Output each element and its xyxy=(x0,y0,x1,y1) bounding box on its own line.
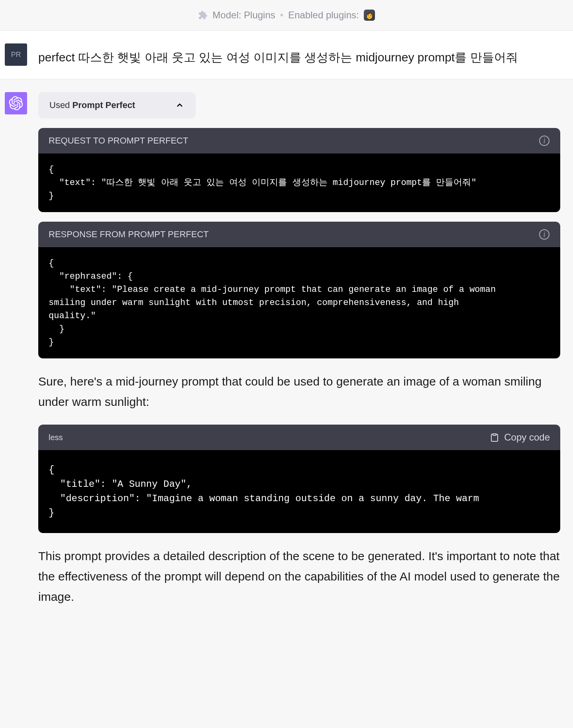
request-code-section: REQUEST TO PROMPT PERFECT i { "text": "따… xyxy=(38,128,560,212)
request-code-body: { "text": "따스한 햇빛 아래 웃고 있는 여성 이미지를 생성하는 … xyxy=(38,153,560,212)
copy-code-button[interactable]: Copy code xyxy=(490,432,550,443)
svg-text:i: i xyxy=(543,230,545,238)
request-title: REQUEST TO PROMPT PERFECT xyxy=(49,136,188,146)
response-code-header: RESPONSE FROM PROMPT PERFECT i xyxy=(38,222,560,247)
plugin-used-toggle[interactable]: Used Prompt Perfect xyxy=(38,92,196,118)
output-code-header: less Copy code xyxy=(38,425,560,450)
svg-rect-4 xyxy=(493,434,496,435)
response-code-section: RESPONSE FROM PROMPT PERFECT i { "rephra… xyxy=(38,222,560,358)
info-icon[interactable]: i xyxy=(539,229,550,240)
openai-logo-icon xyxy=(9,96,23,110)
user-message-row: PR perfect 따스한 햇빛 아래 웃고 있는 여성 이미지를 생성하는 … xyxy=(0,31,573,79)
puzzle-icon xyxy=(198,10,208,20)
assistant-content: Used Prompt Perfect REQUEST TO PROMPT PE… xyxy=(38,92,560,620)
assistant-outro-text: This prompt provides a detailed descript… xyxy=(38,546,560,607)
enabled-plugins-label: Enabled plugins: xyxy=(288,10,359,21)
info-icon[interactable]: i xyxy=(539,135,550,146)
plugin-badge-icon[interactable]: 👩 xyxy=(364,10,375,21)
svg-text:i: i xyxy=(543,137,545,145)
model-info-bar: Model: Plugins • Enabled plugins: 👩 xyxy=(0,0,573,31)
request-code-header: REQUEST TO PROMPT PERFECT i xyxy=(38,128,560,153)
response-code-body: { "rephrased": { "text": "Please create … xyxy=(38,247,560,358)
clipboard-icon xyxy=(490,433,499,442)
chevron-up-icon xyxy=(175,100,184,110)
plugin-used-label: Used Prompt Perfect xyxy=(49,100,135,110)
assistant-avatar xyxy=(5,92,27,114)
separator-dot: • xyxy=(280,10,283,21)
assistant-intro-text: Sure, here's a mid-journey prompt that c… xyxy=(38,371,560,412)
model-label: Model: Plugins xyxy=(212,10,275,21)
output-code-section: less Copy code { "title": "A Sunny Day",… xyxy=(38,425,560,533)
output-code-body: { "title": "A Sunny Day", "description":… xyxy=(38,450,560,533)
response-title: RESPONSE FROM PROMPT PERFECT xyxy=(49,229,209,240)
user-message-text: perfect 따스한 햇빛 아래 웃고 있는 여성 이미지를 생성하는 mid… xyxy=(38,43,518,66)
copy-code-label: Copy code xyxy=(504,432,550,443)
assistant-message-row: Used Prompt Perfect REQUEST TO PROMPT PE… xyxy=(0,79,573,632)
code-lang-label: less xyxy=(49,433,63,442)
user-avatar: PR xyxy=(5,43,27,66)
